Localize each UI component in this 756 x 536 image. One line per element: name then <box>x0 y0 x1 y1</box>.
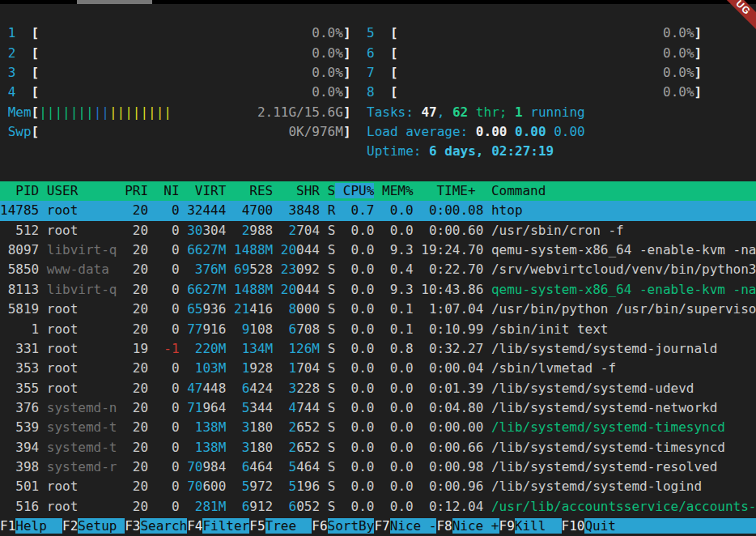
window-top-strip <box>0 0 756 4</box>
process-row-353[interactable]: 353 root 20 0 103M 1928 1704 S 0.0 0.0 0… <box>0 359 756 378</box>
cpu-meter-1: 1 [ 0.0%] <box>0 23 351 43</box>
fkey-key-f2: F2 <box>62 518 78 534</box>
cpu-meter-2: 2 [ 0.0%] <box>0 44 351 63</box>
process-row-501[interactable]: 501 root 20 0 70600 5972 5196 S 0.0 0.0 … <box>0 477 756 496</box>
fkey-key-f4: F4 <box>187 518 202 534</box>
cpu-meter-6: 6 [ 0.0%] <box>367 44 702 63</box>
process-row-394[interactable]: 394 systemd-t 20 0 138M 3180 2652 S 0.0 … <box>0 438 756 457</box>
cpu-meter-7: 7 [ 0.0%] <box>367 63 702 83</box>
htop-terminal: 1 [ 0.0%] 2 [ 0.0%] 3 [ 0.0%] 4 [ 0.0%] … <box>0 0 756 536</box>
process-table-header[interactable]: PID USER PRI NI VIRT RES SHR S CPU% MEM%… <box>0 181 756 201</box>
fkey-f7-nice-[interactable]: Nice - <box>390 518 437 534</box>
cpu-meter-3: 3 [ 0.0%] <box>0 63 351 83</box>
process-row-1[interactable]: 1 root 20 0 77916 9108 6708 S 0.0 0.1 0:… <box>0 320 756 339</box>
fkey-key-f1: F1 <box>0 518 15 534</box>
process-row-355[interactable]: 355 root 20 0 47448 6424 3228 S 0.0 0.0 … <box>0 379 756 398</box>
process-row-5819[interactable]: 5819 root 20 0 65936 21416 8000 S 0.0 0.… <box>0 300 756 319</box>
fkey-f1-help[interactable]: Help <box>15 518 62 534</box>
process-row-331[interactable]: 331 root 19 -1 220M 134M 126M S 0.0 0.8 … <box>0 339 756 359</box>
cpu-meter-4: 4 [ 0.0%] <box>0 83 351 102</box>
sort-column-cpu[interactable]: CPU% <box>335 183 374 198</box>
process-row-8097[interactable]: 8097 libvirt-q 20 0 6627M 1488M 20044 S … <box>0 240 756 260</box>
fkey-key-f8: F8 <box>436 518 452 534</box>
load-average: Load average: 0.00 0.00 0.00 <box>367 122 702 142</box>
process-row-8113[interactable]: 8113 libvirt-q 20 0 6627M 1488M 20044 S … <box>0 280 756 300</box>
fkey-key-f6: F6 <box>312 518 327 534</box>
process-row-516[interactable]: 516 root 20 0 281M 6912 6052 S 0.0 0.0 0… <box>0 497 756 517</box>
fkey-key-f3: F3 <box>125 518 140 534</box>
process-row-539[interactable]: 539 systemd-t 20 0 138M 3180 2652 S 0.0 … <box>0 418 756 437</box>
fkey-f9-kill[interactable]: Kill <box>515 518 562 534</box>
uptime: Uptime: 6 days, 02:27:19 <box>367 142 702 161</box>
tasks-summary: Tasks: 47, 62 thr; 1 running <box>367 103 702 122</box>
top-tab-indicator <box>77 0 152 4</box>
process-row-14785[interactable]: 14785 root 20 0 32444 4700 3848 R 0.7 0.… <box>0 201 756 220</box>
process-row-5850[interactable]: 5850 www-data 20 0 376M 69528 23092 S 0.… <box>0 260 756 279</box>
fkey-f10-quit[interactable]: Quit <box>584 518 756 534</box>
ribbon-label: UG <box>710 0 756 40</box>
memory-meter: Mem[||||||||||||||||| 2.11G/15.6G] <box>0 103 351 122</box>
swap-meter: Swp[ 0K/976M] <box>0 122 351 142</box>
fkey-key-f7: F7 <box>374 518 389 534</box>
fkey-key-f9: F9 <box>499 518 515 534</box>
process-row-376[interactable]: 376 systemd-n 20 0 71964 5344 4744 S 0.0… <box>0 398 756 418</box>
cpu-meter-8: 8 [ 0.0%] <box>367 83 702 102</box>
process-row-398[interactable]: 398 systemd-r 20 0 70984 6464 5464 S 0.0… <box>0 457 756 477</box>
fkey-f6-sortby[interactable]: SortBy <box>328 518 375 534</box>
process-table: PID USER PRI NI VIRT RES SHR S CPU% MEM%… <box>0 181 756 517</box>
meters-right-column: 5 [ 0.0%]6 [ 0.0%]7 [ 0.0%]8 [ 0.0%]Task… <box>367 23 702 161</box>
fkey-f8-nice-[interactable]: Nice + <box>452 518 499 534</box>
process-row-512[interactable]: 512 root 20 0 30304 2988 2704 S 0.0 0.0 … <box>0 221 756 240</box>
meters-left-column: 1 [ 0.0%] 2 [ 0.0%] 3 [ 0.0%] 4 [ 0.0%] … <box>0 23 351 142</box>
fkey-f5-tree[interactable]: Tree <box>265 518 312 534</box>
fkey-f3-search[interactable]: Search <box>140 518 187 534</box>
fkey-f2-setup[interactable]: Setup <box>78 518 125 534</box>
fkey-key-f5: F5 <box>249 518 265 534</box>
function-key-bar: F1Help F2Setup F3SearchF4FilterF5Tree F6… <box>0 517 756 536</box>
cpu-meter-5: 5 [ 0.0%] <box>367 23 702 43</box>
fkey-key-f10: F10 <box>562 518 585 534</box>
debug-ribbon: UG <box>709 0 756 47</box>
fkey-f4-filter[interactable]: Filter <box>202 518 249 534</box>
